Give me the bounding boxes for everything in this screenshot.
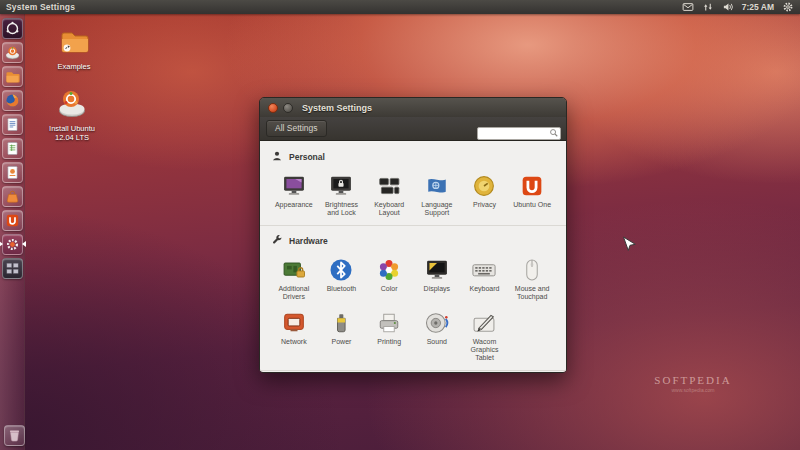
wacom-icon xyxy=(470,308,499,337)
install-disk-icon xyxy=(56,87,88,123)
settings-item-label: Bluetooth xyxy=(327,285,357,293)
settings-item-label: Privacy xyxy=(473,201,496,209)
settings-item-language-support[interactable]: Language Support xyxy=(413,169,461,219)
launcher-item-software-center[interactable] xyxy=(0,184,25,208)
printing-icon xyxy=(375,308,404,337)
settings-item-label: Appearance xyxy=(275,201,313,209)
desktop-icon-label: Examples xyxy=(58,62,91,71)
settings-item-sound[interactable]: Sound xyxy=(413,306,461,364)
software-center-icon xyxy=(2,186,23,207)
settings-item-label: Ubuntu One xyxy=(513,201,551,209)
launcher-item-system-settings[interactable] xyxy=(0,232,25,256)
mouse-cursor xyxy=(622,236,636,254)
settings-item-power[interactable]: Power xyxy=(318,306,366,364)
launcher-item-firefox[interactable] xyxy=(0,88,25,112)
launcher-item-ubuntu-one[interactable] xyxy=(0,208,25,232)
window-title: System Settings xyxy=(302,103,372,113)
section-label: Personal xyxy=(289,152,325,162)
launcher-item-libreoffice-writer[interactable] xyxy=(0,112,25,136)
unity-launcher xyxy=(0,14,25,450)
firefox-icon xyxy=(2,90,23,111)
desktop-icon-examples-folder[interactable]: Examples xyxy=(42,25,106,71)
launcher-item-libreoffice-calc[interactable] xyxy=(0,136,25,160)
top-panel: System Settings 7:25 AM xyxy=(0,0,800,14)
close-button[interactable] xyxy=(268,103,278,113)
settings-item-appearance[interactable]: Appearance xyxy=(270,169,318,219)
settings-item-displays[interactable]: Displays xyxy=(413,253,461,303)
all-settings-button[interactable]: All Settings xyxy=(266,120,327,137)
launcher-item-home-folder[interactable] xyxy=(0,64,25,88)
panel-clock[interactable]: 7:25 AM xyxy=(742,2,774,12)
settings-item-label: Power xyxy=(332,338,352,346)
launcher-item-dash-home[interactable] xyxy=(0,16,25,40)
volume-icon[interactable] xyxy=(722,1,735,14)
settings-item-label: Keyboard Layout xyxy=(366,201,412,217)
search-icon xyxy=(549,124,559,134)
settings-item-label: Mouse and Touchpad xyxy=(509,285,555,301)
settings-item-wacom[interactable]: Wacom Graphics Tablet xyxy=(461,306,509,364)
section-label: Hardware xyxy=(289,236,328,246)
settings-item-network[interactable]: Network xyxy=(270,306,318,364)
trash-icon xyxy=(4,425,25,446)
launcher-item-trash[interactable] xyxy=(2,423,27,447)
section-system: SystemBackupDetailsManagement ServiceTim… xyxy=(260,370,566,372)
ubuntu-one-icon xyxy=(518,171,547,200)
section-hardware: HardwareAdditional DriversBluetoothColor… xyxy=(260,225,566,366)
libreoffice-impress-icon xyxy=(2,162,23,183)
window-toolbar: All Settings xyxy=(260,117,566,141)
keyboard-icon xyxy=(470,255,499,284)
system-settings-icon xyxy=(2,234,23,255)
watermark-title: SOFTPEDIA xyxy=(648,374,738,386)
settings-item-additional-drivers[interactable]: Additional Drivers xyxy=(270,253,318,303)
session-gear-icon[interactable] xyxy=(781,1,794,14)
section-grid: AppearanceBrightness and LockKeyboard La… xyxy=(260,168,566,221)
desktop-icon-label: Install Ubuntu 12.04 LTS xyxy=(40,124,104,142)
ubuntu-one-icon xyxy=(2,210,23,231)
language-support-icon xyxy=(422,171,451,200)
section-personal: PersonalAppearanceBrightness and LockKey… xyxy=(260,142,566,221)
window-titlebar[interactable]: System Settings xyxy=(260,98,566,117)
search-box xyxy=(477,122,561,135)
keyboard-layout-icon xyxy=(375,171,404,200)
mail-icon[interactable] xyxy=(682,1,695,14)
settings-item-ubuntu-one[interactable]: Ubuntu One xyxy=(508,169,556,219)
panel-app-title: System Settings xyxy=(6,2,75,12)
mouse-icon xyxy=(518,255,547,284)
settings-item-label: Keyboard xyxy=(470,285,500,293)
settings-item-color[interactable]: Color xyxy=(365,253,413,303)
workspace-switcher-icon xyxy=(2,258,23,279)
dash-home-icon xyxy=(2,18,23,39)
settings-item-bluetooth[interactable]: Bluetooth xyxy=(318,253,366,303)
settings-item-mouse[interactable]: Mouse and Touchpad xyxy=(508,253,556,303)
launcher-item-workspace-switcher[interactable] xyxy=(0,256,25,280)
settings-item-label: Displays xyxy=(424,285,450,293)
settings-item-brightness-lock[interactable]: Brightness and Lock xyxy=(318,169,366,219)
network-icon[interactable] xyxy=(702,1,715,14)
settings-item-printing[interactable]: Printing xyxy=(365,306,413,364)
settings-item-keyboard[interactable]: Keyboard xyxy=(461,253,509,303)
libreoffice-calc-icon xyxy=(2,138,23,159)
settings-item-label: Brightness and Lock xyxy=(319,201,365,217)
brightness-lock-icon xyxy=(327,171,356,200)
hardware-icon xyxy=(271,232,283,250)
libreoffice-writer-icon xyxy=(2,114,23,135)
settings-item-keyboard-layout[interactable]: Keyboard Layout xyxy=(365,169,413,219)
home-folder-icon xyxy=(2,66,23,87)
watermark: SOFTPEDIA www.softpedia.com xyxy=(648,374,738,393)
settings-item-label: Additional Drivers xyxy=(271,285,317,301)
launcher-item-libreoffice-impress[interactable] xyxy=(0,160,25,184)
color-icon xyxy=(375,255,404,284)
system-settings-window: System Settings All Settings PersonalApp… xyxy=(259,97,567,373)
launcher-item-install-ubuntu[interactable] xyxy=(0,40,25,64)
section-grid: Additional DriversBluetoothColorDisplays… xyxy=(260,252,566,366)
settings-item-label: Color xyxy=(381,285,398,293)
settings-item-privacy[interactable]: Privacy xyxy=(461,169,509,219)
appearance-icon xyxy=(279,171,308,200)
privacy-icon xyxy=(470,171,499,200)
settings-item-label: Printing xyxy=(377,338,401,346)
network-icon xyxy=(279,308,308,337)
desktop-icon-install-disk[interactable]: Install Ubuntu 12.04 LTS xyxy=(40,87,104,142)
personal-icon xyxy=(271,148,283,166)
minimize-button[interactable] xyxy=(283,103,293,113)
section-header: Hardware xyxy=(271,232,566,250)
